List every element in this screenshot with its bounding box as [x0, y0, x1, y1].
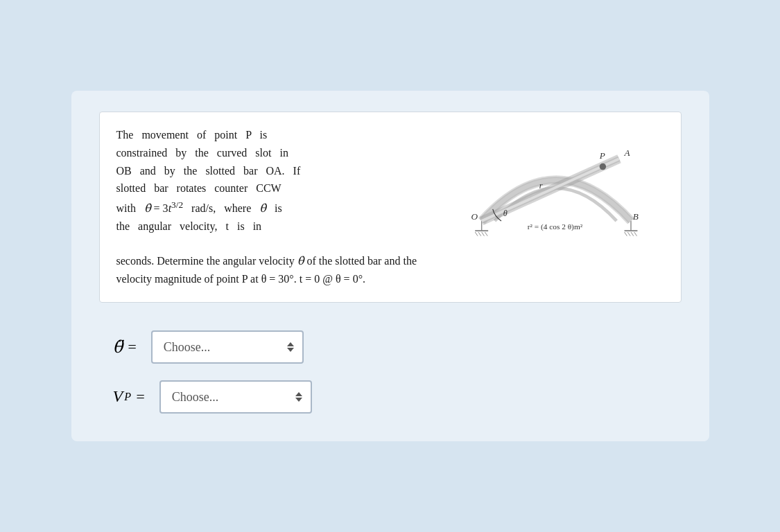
vp-label: V P = [113, 387, 146, 406]
svg-line-10 [631, 232, 634, 236]
problem-line-4: slotted bar rotates counter CCW [116, 179, 442, 197]
svg-point-15 [599, 163, 605, 170]
problem-line-6: the angular velocity, t is in [116, 218, 442, 236]
problem-card: The movement of point P is constrained b… [99, 112, 682, 302]
svg-line-3 [478, 232, 480, 236]
theta-label: θ [503, 209, 507, 219]
problem-bottom-text: seconds. Determine the angular velocity … [116, 252, 664, 287]
point-B-label: B [632, 211, 638, 222]
theta-dot-label: θ̈ = [113, 337, 137, 357]
point-A-label: A [623, 148, 630, 158]
r-label: r [539, 181, 542, 190]
problem-line-2: constrained by the curved slot in [116, 144, 442, 162]
equation-label: r² = (4 cos 2 θ)m² [527, 223, 582, 232]
theta-symbol: θ̈ [113, 337, 123, 357]
answer-row-theta-dot: θ̈ = Choose... 0.5 rad/s 1.0 rad/s 1.5 r… [113, 330, 682, 364]
svg-line-9 [627, 232, 630, 236]
problem-line-3: OB and by the slotted bar OA. If [116, 162, 442, 180]
problem-line-1: The movement of point P is [116, 126, 442, 144]
equals-sign-2: = [135, 388, 146, 406]
theta-dot-select[interactable]: Choose... 0.5 rad/s 1.0 rad/s 1.5 rad/s … [151, 330, 304, 364]
problem-image-area: A P O B θ r r² = (4 cos 2 θ)m² [456, 126, 664, 247]
svg-line-8 [624, 232, 627, 236]
point-O-label: O [471, 211, 478, 222]
bottom-line-1: seconds. Determine the angular velocity … [116, 252, 664, 270]
theta-dot-dropdown-wrapper: Choose... 0.5 rad/s 1.0 rad/s 1.5 rad/s … [151, 330, 304, 364]
vp-dropdown-wrapper: Choose... 1.0 m/s 1.5 m/s 2.0 m/s 2.5 m/… [159, 380, 312, 414]
point-P-label: P [598, 151, 605, 161]
vp-symbol: V [113, 387, 123, 406]
svg-line-5 [485, 232, 487, 236]
answers-section: θ̈ = Choose... 0.5 rad/s 1.0 rad/s 1.5 r… [99, 330, 682, 414]
vp-subscript: P [124, 391, 131, 403]
svg-line-4 [481, 232, 484, 236]
main-container: The movement of point P is constrained b… [0, 0, 780, 532]
problem-top: The movement of point P is constrained b… [116, 126, 664, 247]
svg-line-2 [475, 232, 478, 236]
svg-line-11 [634, 232, 636, 236]
equals-sign-1: = [127, 338, 137, 356]
problem-text: The movement of point P is constrained b… [116, 126, 442, 235]
content-box: The movement of point P is constrained b… [71, 91, 709, 441]
vp-select[interactable]: Choose... 1.0 m/s 1.5 m/s 2.0 m/s 2.5 m/… [159, 380, 312, 414]
diagram-svg: A P O B θ r r² = (4 cos 2 θ)m² [456, 126, 664, 244]
answer-row-vp: V P = Choose... 1.0 m/s 1.5 m/s 2.0 m/s … [113, 380, 682, 414]
bottom-line-2: velocity magnitude of point P at θ = 30°… [116, 270, 664, 288]
problem-line-5: with θ̇ = 3t3/2 rad/s, where θ̇ is [116, 197, 442, 218]
